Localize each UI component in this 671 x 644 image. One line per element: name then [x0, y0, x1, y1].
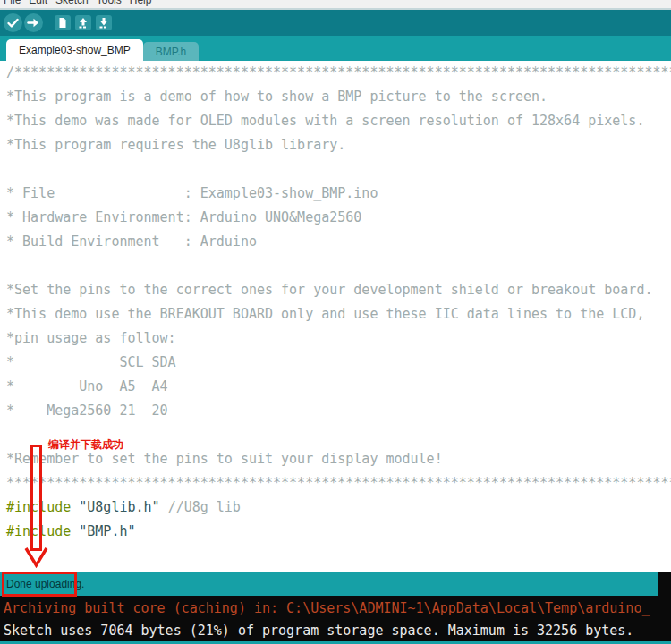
up-arrow-icon [75, 20, 91, 33]
annotation-arrow-shaft [30, 445, 42, 551]
code-line: * File : Example03-show_BMP.ino [0, 182, 671, 206]
code-line: ****************************************… [0, 471, 671, 496]
annotation-arrowhead-icon [24, 547, 48, 572]
check-icon [4, 21, 22, 35]
menu-item-help[interactable]: Help [130, 0, 152, 6]
status-bar-right-notch [658, 572, 671, 596]
code-line: *This program requires the U8glib librar… [0, 133, 671, 157]
menu-bar: FileEditSketchToolsHelp [0, 0, 671, 10]
tab-bar: Example03-show_BMPBMP.h [0, 36, 671, 61]
tab-example03-show_bmp[interactable]: Example03-show_BMP [6, 39, 143, 61]
code-line: * Build Environment : Arduino [0, 230, 671, 254]
code-line: * Hardware Environment: Arduino UNO&Mega… [0, 206, 671, 230]
status-bar: Done uploading. [0, 572, 671, 596]
code-line: *This program is a demo of how to show a… [0, 85, 671, 109]
code-line: *Set the pins to the correct ones for yo… [0, 278, 671, 302]
code-line: *This demo was made for OLED modules wit… [0, 109, 671, 133]
save-button[interactable] [96, 15, 112, 30]
annotation-highlight-box [2, 572, 77, 597]
menu-item-tools[interactable]: Tools [97, 0, 122, 6]
down-arrow-icon [96, 20, 112, 33]
upload-button[interactable] [24, 13, 43, 32]
document-icon [55, 20, 71, 33]
console-line: Sketch uses 7064 bytes (21%) of program … [4, 620, 671, 641]
code-line: * SCL SDA [0, 351, 671, 375]
annotation-text: 编译并下载成功 [48, 437, 123, 453]
menu-item-file[interactable]: File [4, 0, 21, 6]
verify-button[interactable] [4, 13, 22, 32]
code-line: #include "BMP.h" [0, 520, 671, 544]
arduino-ide-window: FileEditSketchToolsHelp [0, 0, 671, 644]
code-line: #include "U8glib.h" //U8g lib [0, 496, 671, 520]
code-line: * Mega2560 21 20 [0, 399, 671, 423]
tab-bmp.h[interactable]: BMP.h [143, 42, 199, 61]
code-line: *pin usage as follow: [0, 326, 671, 351]
code-editor[interactable]: /***************************************… [0, 61, 671, 572]
right-arrow-icon [24, 21, 43, 35]
new-sketch-button[interactable] [55, 15, 71, 30]
code-line [0, 254, 671, 278]
open-button[interactable] [75, 15, 91, 30]
console-output[interactable]: Archiving built core (caching) in: C:\Us… [0, 596, 671, 641]
code-line: * Uno A5 A4 [0, 375, 671, 399]
code-line: *This demo use the BREAKOUT BOARD only a… [0, 302, 671, 326]
console-line: Archiving built core (caching) in: C:\Us… [4, 597, 671, 620]
code-line: /***************************************… [0, 61, 671, 85]
toolbar [0, 10, 671, 36]
code-line [0, 157, 671, 182]
menu-item-sketch[interactable]: Sketch [55, 0, 89, 6]
menu-item-edit[interactable]: Edit [29, 0, 47, 6]
